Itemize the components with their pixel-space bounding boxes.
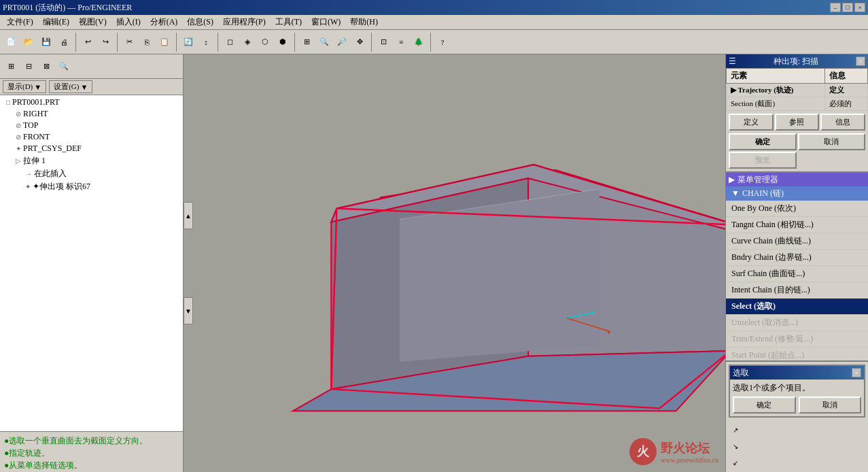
redo-btn[interactable]: ↪: [97, 34, 114, 50]
select-body: 选取1个或多个项目。 确定 取消: [730, 380, 864, 416]
pan-btn[interactable]: ✥: [351, 34, 368, 50]
main-layout: ⊞ ⊟ ⊠ 🔍 显示(D) ▼ 设置(G) ▼ □ PRT0001.PRT⊘ R…: [0, 54, 868, 472]
menu-analysis[interactable]: 分析(A): [146, 15, 182, 29]
help-btn[interactable]: ?: [434, 34, 451, 50]
menu-apps[interactable]: 应用程序(P): [219, 15, 270, 29]
tree-item[interactable]: ⊘ RIGHT: [1, 108, 181, 120]
menu-info[interactable]: 信息(S): [183, 15, 218, 29]
model-tree-btn[interactable]: 🌲: [411, 34, 427, 50]
hidden-btn[interactable]: ⬢: [275, 34, 291, 50]
sweep-col-element: 元素: [727, 69, 825, 84]
chain-menu-item[interactable]: Intent Chain (目的链...): [726, 282, 868, 299]
chain-menu-item: Trim/Extend (修整/延...): [726, 331, 868, 348]
watermark-logo-text: 火: [637, 443, 649, 460]
menu-tools[interactable]: 工具(T): [271, 15, 306, 29]
watermark: 火 野火论坛 www.proewildfire.cn: [629, 438, 718, 465]
right-icon-bar: ↗ ↘ ↙: [726, 420, 868, 472]
menu-insert[interactable]: 插入(I): [112, 15, 145, 29]
preview-btn[interactable]: 预览: [729, 152, 797, 169]
tree-item[interactable]: ✦ ✦伸出项 标识67: [1, 180, 181, 193]
menu-file[interactable]: 文件(F): [3, 15, 37, 29]
zoom-out-btn[interactable]: 🔎: [334, 34, 350, 50]
open-btn[interactable]: 📂: [20, 34, 37, 50]
maximize-button[interactable]: □: [842, 3, 853, 12]
confirm-btn[interactable]: 确定: [729, 133, 797, 150]
title-bar: PRT0001 (活动的) — Pro/ENGINEER – □ ×: [0, 0, 868, 15]
chain-menu-items: One By One (依次)Tangnt Chain (相切链...)Curv…: [726, 201, 868, 362]
tree-item-label: TOP: [23, 120, 38, 131]
select-close-btn[interactable]: ×: [852, 368, 861, 377]
sweep-panel: ☰ 种出项: 扫描 × 元素 信息 ▶ Trajectory (轨迹)定义Sec…: [726, 54, 868, 173]
status-line-1: ●选取一个垂直曲面去为截面定义方向。: [4, 435, 179, 447]
tree-item[interactable]: ⊘ FRONT: [1, 131, 181, 143]
define-btn[interactable]: 定义: [729, 114, 774, 131]
sweep-table-row: Section (截面)必须的: [727, 97, 868, 111]
regen-btn[interactable]: 🔄: [180, 34, 196, 50]
zoom-in-btn[interactable]: 🔍: [316, 34, 332, 50]
title-text: PRT0001 (活动的) — Pro/ENGINEER: [3, 2, 132, 14]
menu-bar: 文件(F) 编辑(E) 视图(V) 插入(I) 分析(A) 信息(S) 应用程序…: [0, 15, 868, 30]
wire-btn[interactable]: ⬡: [257, 34, 273, 50]
tree-expand-btn[interactable]: ⊟: [20, 58, 37, 75]
layer-btn[interactable]: ≡: [393, 34, 409, 50]
menu-view[interactable]: 视图(V): [75, 15, 111, 29]
right-panels: ☰ 种出项: 扫描 × 元素 信息 ▶ Trajectory (轨迹)定义Sec…: [725, 54, 868, 472]
select-message: 选取1个或多个项目。: [733, 382, 861, 394]
tree-toggle-btn[interactable]: ⊞: [3, 58, 19, 75]
tree-item[interactable]: ⊘ TOP: [1, 120, 181, 131]
chain-menu-item[interactable]: Select (选取): [726, 299, 868, 315]
shading-btn[interactable]: ◈: [239, 34, 256, 50]
tree-item-label: PRT_CSYS_DEF: [23, 144, 82, 154]
view3d-btn[interactable]: ◻: [222, 34, 238, 50]
chain-menu-item[interactable]: Tangnt Chain (相切链...): [726, 217, 868, 233]
select-ok-btn[interactable]: 确定: [733, 397, 796, 414]
tree-collapse-btn[interactable]: ⊠: [38, 58, 54, 75]
left-panel: ⊞ ⊟ ⊠ 🔍 显示(D) ▼ 设置(G) ▼ □ PRT0001.PRT⊘ R…: [0, 54, 184, 472]
sweep-table-body: ▶ Trajectory (轨迹)定义Section (截面)必须的: [727, 84, 868, 111]
zoom-fit-btn[interactable]: ⊞: [298, 34, 315, 50]
sweep-table-row: ▶ Trajectory (轨迹)定义: [727, 84, 868, 97]
rep-btn[interactable]: ↕: [198, 34, 214, 50]
select-panel-title: 选取 ×: [730, 366, 864, 380]
display-setting-bar: 显示(D) ▼ 设置(G) ▼: [0, 79, 183, 95]
right-icon-2[interactable]: ↘: [729, 439, 742, 453]
cut-btn[interactable]: ✂: [121, 34, 137, 50]
save-btn[interactable]: 💾: [38, 34, 54, 50]
tree-item[interactable]: □ PRT0001.PRT: [1, 97, 181, 108]
tree-item-icon: ▷: [16, 157, 21, 165]
display-dropdown[interactable]: 显示(D) ▼: [3, 80, 46, 93]
tree-item[interactable]: ✦ PRT_CSYS_DEF: [1, 143, 181, 154]
menu-edit[interactable]: 编辑(E): [39, 15, 73, 29]
new-btn[interactable]: 📄: [3, 34, 19, 50]
viewport[interactable]: 火 野火论坛 www.proewildfire.cn ▲ ▼: [184, 54, 725, 472]
minimize-button[interactable]: –: [830, 3, 841, 12]
right-icon-3[interactable]: ↙: [729, 456, 742, 469]
chain-menu-item[interactable]: One By One (依次): [726, 201, 868, 217]
chain-menu-item[interactable]: Curve Chain (曲线链...): [726, 233, 868, 250]
scroll-up-arrow[interactable]: ▲: [184, 202, 193, 229]
cancel-sweep-btn[interactable]: 取消: [798, 133, 866, 150]
right-icon-1[interactable]: ↗: [729, 423, 742, 437]
sweep-close-btn[interactable]: ×: [856, 56, 865, 66]
select-cancel-btn[interactable]: 取消: [799, 397, 862, 414]
sweep-col-info: 信息: [824, 69, 867, 84]
paste-btn[interactable]: 📋: [156, 34, 173, 50]
tree-search-btn[interactable]: 🔍: [56, 58, 72, 75]
menu-window[interactable]: 窗口(W): [307, 15, 345, 29]
setting-dropdown[interactable]: 设置(G) ▼: [49, 80, 92, 93]
chain-menu-item[interactable]: Bndry Chain (边界链...): [726, 250, 868, 266]
tree-item[interactable]: ▷ 拉伸 1: [1, 154, 181, 167]
print-btn[interactable]: 🖨: [56, 34, 72, 50]
scroll-down-arrow[interactable]: ▼: [184, 297, 193, 324]
info-btn[interactable]: 信息: [820, 114, 865, 131]
tree-item[interactable]: → 在此插入: [1, 167, 181, 180]
sweep-panel-title: ☰ 种出项: 扫描 ×: [726, 54, 868, 68]
reference-btn[interactable]: 参照: [775, 114, 820, 131]
chain-menu-item[interactable]: Surf Chain (曲面链...): [726, 266, 868, 282]
copy-btn[interactable]: ⎘: [139, 34, 155, 50]
undo-btn[interactable]: ↩: [80, 34, 96, 50]
menu-help[interactable]: 帮助(H): [346, 15, 382, 29]
close-button[interactable]: ×: [854, 3, 865, 12]
orient-btn[interactable]: ⊡: [375, 34, 392, 50]
sweep-table: 元素 信息 ▶ Trajectory (轨迹)定义Section (截面)必须的: [726, 68, 868, 111]
